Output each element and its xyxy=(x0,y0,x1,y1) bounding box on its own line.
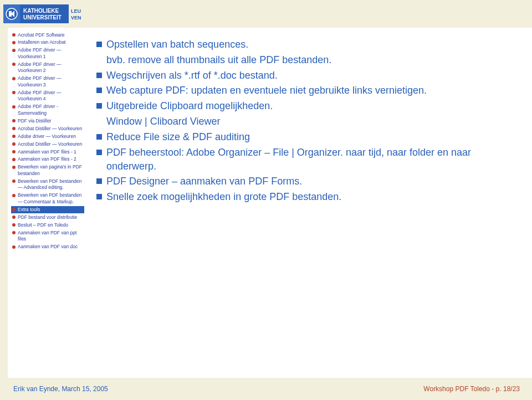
kuleuven-logo: KATHOLIEKE UNIVERSITEIT LEU VEN xyxy=(0,0,89,28)
body-bullet: Uitgebreide Clipboard mogelijkheden. xyxy=(95,99,510,113)
bullet-icon xyxy=(12,194,16,197)
bullet-icon xyxy=(12,223,16,227)
outline-item[interactable]: Adobe PDF driver — Voorkeuren 2 xyxy=(11,61,84,75)
outline-item[interactable]: Besluit – PDF en Toledo xyxy=(11,222,84,229)
body-bullet: bvb. remove all thumbnails uit alle PDF … xyxy=(95,53,510,67)
slide-footer: Erik van Eynde, March 15, 2005 Workshop … xyxy=(0,378,532,400)
bullet-icon xyxy=(12,49,16,52)
outline-item[interactable]: Bewerken van PDF bestanden — Advandced e… xyxy=(11,178,84,192)
slide-page: KATHOLIEKE UNIVERSITEIT LEU VEN Extra to… xyxy=(0,0,532,400)
outline-item[interactable]: Acrobat PDF Software xyxy=(11,32,84,39)
outline-item[interactable]: Bewerken van pagina's in PDF bestanden xyxy=(11,163,84,177)
outline-item[interactable]: Aanmaken van PDF van doc xyxy=(11,243,84,250)
content-band: Acrobat PDF SoftwareInstalleren van Acro… xyxy=(0,28,532,378)
bullet-icon xyxy=(12,127,16,130)
body-bullet: PDF Designer – aanmaken van PDF Forms. xyxy=(95,175,510,188)
outline-item-label: Aanmaken van PDF van ppt files xyxy=(18,230,83,243)
bullet-icon xyxy=(12,166,16,169)
bullet-icon xyxy=(12,105,16,109)
outline-item[interactable]: Aanmaken van PDF van ppt files xyxy=(11,229,84,243)
body-bullet: Reduce File size & PDF auditing xyxy=(95,130,510,144)
outline-item-label: Adobe PDF driver — Voorkeuren 3 xyxy=(18,75,83,88)
outline-item-label: Aanmaken van PDF files - 2 xyxy=(18,156,83,162)
body-bullet: PDF beheerstool: Adobe Organizer – File … xyxy=(95,146,510,173)
bullet-icon xyxy=(12,216,16,219)
footer-page-info: Workshop PDF Toledo - p. 18/23 xyxy=(423,385,520,393)
svg-text:KATHOLIEKE: KATHOLIEKE xyxy=(23,8,59,14)
body-bullet: Snelle zoek mogelijhkheden in grote PDF … xyxy=(95,190,510,204)
bullet-icon xyxy=(12,119,16,122)
outline-item-label: Extra tools xyxy=(18,207,83,213)
svg-text:VEN: VEN xyxy=(71,15,81,20)
outline-item-label: Bewerken van PDF bestanden — Commentaar … xyxy=(18,192,83,205)
outline-item[interactable]: Aanmaken van PDF files - 2 xyxy=(11,156,84,163)
outline-item-label: Adobe driver — Voorkeuren xyxy=(18,134,83,140)
bullet-icon xyxy=(12,208,16,211)
outline-item-label: Aanmaken van PDF van doc xyxy=(18,244,83,250)
outline-item-label: Adobe PDF driver — Voorkeuren 2 xyxy=(18,61,83,74)
outline-item-label: Installeren van Acrobat xyxy=(18,39,83,45)
bullet-icon xyxy=(12,77,16,80)
outline-item[interactable]: PDF via Distiller xyxy=(11,117,84,125)
bullet-icon xyxy=(12,142,16,146)
outline-item-label: Adobe PDF driver - Samenvatting xyxy=(18,104,83,116)
outline-item[interactable]: Adobe driver — Voorkeuren xyxy=(11,133,84,140)
outline-item[interactable]: Bewerken van PDF bestanden — Commentaar … xyxy=(11,192,84,206)
bullet-icon xyxy=(12,150,16,153)
outline-item-label: Aanmaken van PDF files - 1 xyxy=(18,149,83,155)
outline-item-label: Acrobat Distiller — Voorkeuren xyxy=(18,126,83,132)
bullet-icon xyxy=(12,63,16,66)
outline-item-label: Acrobat Distiller — Voorkeuren xyxy=(18,141,83,147)
outline-item[interactable]: Acrobat Distiller — Voorkeuren xyxy=(11,125,84,132)
bullet-icon xyxy=(12,180,16,183)
bullet-icon xyxy=(12,91,16,94)
bullet-icon xyxy=(12,41,16,44)
body-bullet: Web capture PDF: updaten en eventuele ni… xyxy=(95,84,510,98)
outline-item[interactable]: Extra tools xyxy=(11,206,84,213)
outline-item-label: Bewerken van pagina's in PDF bestanden xyxy=(18,164,83,177)
bullet-list: Opstellen van batch sequences.bvb. remov… xyxy=(95,38,510,204)
outline-item-label: PDF via Distiller xyxy=(18,118,83,124)
outline-item-label: Adobe PDF driver — Voorkeuren 4 xyxy=(18,90,83,102)
svg-text:UNIVERSITEIT: UNIVERSITEIT xyxy=(23,14,62,20)
bullet-icon xyxy=(12,33,16,37)
outline-item[interactable]: Adobe PDF driver — Voorkeuren 4 xyxy=(11,89,84,103)
outline-item[interactable]: PDF bestand voor distributie xyxy=(11,214,84,221)
footer-author-date: Erik van Eynde, March 15, 2005 xyxy=(13,385,108,393)
body-bullet: Window | Cliboard Viewer xyxy=(95,115,510,129)
outline-item-label: PDF bestand voor distributie xyxy=(18,214,83,220)
outline-sidebar: Acrobat PDF SoftwareInstalleren van Acro… xyxy=(0,28,89,378)
bullet-icon xyxy=(12,245,16,249)
bullet-icon xyxy=(12,158,16,161)
outline-item-label: Acrobat PDF Software xyxy=(18,32,83,38)
outline-item[interactable]: Adobe PDF driver — Voorkeuren 3 xyxy=(11,75,84,89)
svg-text:LEU: LEU xyxy=(71,8,81,14)
outline-item-label: Bewerken van PDF bestanden — Advandced e… xyxy=(18,178,83,191)
outline-item[interactable]: Aanmaken van PDF files - 1 xyxy=(11,148,84,156)
body-bullet: Opstellen van batch sequences. xyxy=(95,38,510,52)
outline-list: Acrobat PDF SoftwareInstalleren van Acro… xyxy=(11,32,84,251)
outline-item[interactable]: Acrobat Distiller — Voorkeuren xyxy=(11,141,84,148)
bullet-icon xyxy=(12,135,16,138)
body-bullet: Wegschrijven als *.rtf of *.doc bestand. xyxy=(95,69,510,83)
outline-item-label: Besluit – PDF en Toledo xyxy=(18,222,83,228)
outline-item[interactable]: Adobe PDF driver — Voorkeuren 1 xyxy=(11,47,84,60)
outline-item[interactable]: Installeren van Acrobat xyxy=(11,39,84,46)
bullet-icon xyxy=(12,231,16,234)
outline-item[interactable]: Adobe PDF driver - Samenvatting xyxy=(11,103,84,117)
outline-item-label: Adobe PDF driver — Voorkeuren 1 xyxy=(18,47,83,60)
slide-body: Opstellen van batch sequences.bvb. remov… xyxy=(89,28,532,378)
